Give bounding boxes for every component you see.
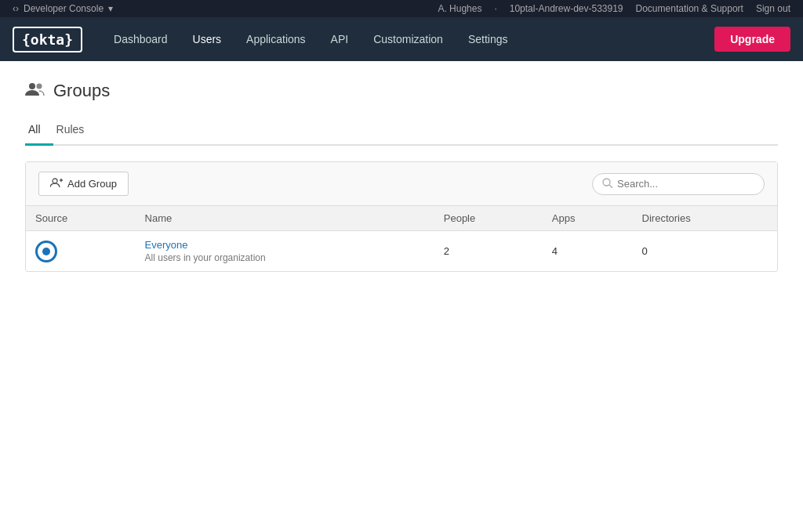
tab-rules[interactable]: Rules xyxy=(53,117,97,146)
col-directories: Directories xyxy=(633,206,777,231)
add-group-button[interactable]: Add Group xyxy=(38,172,129,196)
panel-toolbar: Add Group xyxy=(26,162,777,206)
top-bar: ‹› Developer Console ▾ A. Hughes · 10pta… xyxy=(0,0,803,17)
chevron-left-icon: ‹› xyxy=(13,3,19,14)
group-name-link[interactable]: Everyone xyxy=(145,239,425,251)
top-bar-right: A. Hughes · 10ptal-Andrew-dev-533919 Doc… xyxy=(438,3,790,14)
content-panel: Add Group Source Name People Ap xyxy=(25,161,778,272)
top-bar-left: ‹› Developer Console ▾ xyxy=(13,3,113,14)
nav-dashboard[interactable]: Dashboard xyxy=(101,17,180,61)
tab-all[interactable]: All xyxy=(25,117,53,146)
source-icon xyxy=(35,241,57,262)
search-box xyxy=(592,173,765,195)
groups-icon xyxy=(25,80,45,101)
table-row: Everyone All users in your organization … xyxy=(26,231,777,272)
page-title-area: Groups xyxy=(25,80,778,101)
nav-links: Dashboard Users Applications API Customi… xyxy=(101,17,714,61)
console-label[interactable]: Developer Console xyxy=(24,3,104,14)
search-input[interactable] xyxy=(617,178,754,190)
col-name: Name xyxy=(136,206,434,231)
svg-point-5 xyxy=(603,179,610,186)
add-group-label: Add Group xyxy=(67,178,117,190)
navbar: {okta} Dashboard Users Applications API … xyxy=(0,17,803,61)
okta-logo: {okta} xyxy=(13,27,82,52)
search-icon xyxy=(602,178,612,190)
nav-api[interactable]: API xyxy=(318,17,362,61)
nav-applications[interactable]: Applications xyxy=(234,17,318,61)
col-people: People xyxy=(434,206,543,231)
user-name: A. Hughes xyxy=(438,3,481,14)
page-heading: Groups xyxy=(53,81,110,101)
group-description: All users in your organization xyxy=(145,252,425,263)
nav-customization[interactable]: Customization xyxy=(361,17,456,61)
col-source: Source xyxy=(26,206,136,231)
svg-line-6 xyxy=(609,185,612,188)
cell-apps: 4 xyxy=(543,231,633,272)
org-name: 10ptal-Andrew-dev-533919 xyxy=(510,3,623,14)
signout-link[interactable]: Sign out xyxy=(756,3,790,14)
groups-table: Source Name People Apps Directories Ever… xyxy=(26,206,777,271)
separator-dot: · xyxy=(494,3,496,14)
upgrade-button[interactable]: Upgrade xyxy=(714,27,790,52)
nav-users[interactable]: Users xyxy=(180,17,234,61)
cell-directories: 0 xyxy=(633,231,777,272)
main-content: Groups All Rules Add Group xyxy=(0,61,803,532)
table-header-row: Source Name People Apps Directories xyxy=(26,206,777,231)
cell-people: 2 xyxy=(434,231,543,272)
docs-link[interactable]: Documentation & Support xyxy=(636,3,743,14)
tabs-container: All Rules xyxy=(25,117,778,146)
cell-source xyxy=(26,231,136,272)
svg-point-2 xyxy=(53,179,57,183)
nav-settings[interactable]: Settings xyxy=(456,17,521,61)
add-group-icon xyxy=(50,177,63,190)
col-apps: Apps xyxy=(543,206,633,231)
cell-name: Everyone All users in your organization xyxy=(136,231,434,272)
console-chevron: ▾ xyxy=(108,3,113,14)
source-icon-inner xyxy=(42,248,50,255)
svg-point-1 xyxy=(37,84,42,89)
svg-point-0 xyxy=(29,83,35,89)
